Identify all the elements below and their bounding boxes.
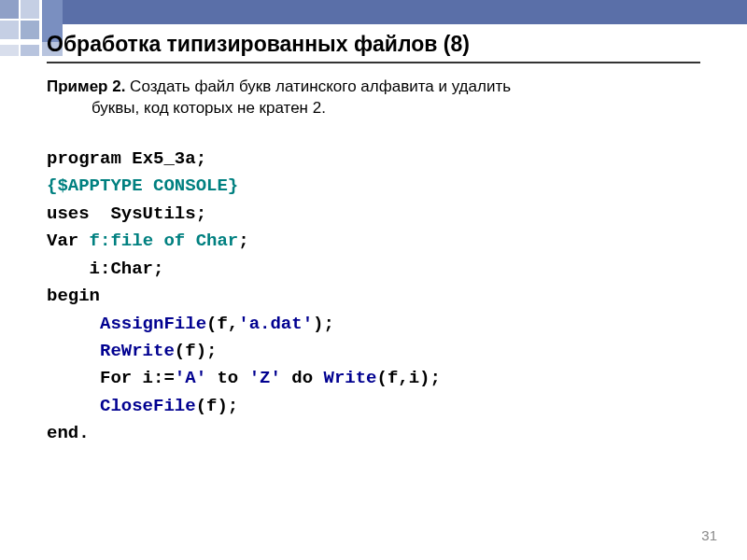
- deco-square: [0, 0, 19, 19]
- code-line: i:Char;: [47, 256, 700, 283]
- page-number: 31: [701, 527, 717, 543]
- code-line: uses SysUtils;: [47, 201, 700, 228]
- code-line: program Ex5_3a;: [47, 146, 700, 173]
- deco-square: [21, 0, 39, 19]
- slide-title: Обработка типизированных файлов (8): [47, 32, 470, 57]
- title-underline: [47, 62, 700, 63]
- code-line: For i:='A' to 'Z' do Write(f,i);: [47, 365, 700, 392]
- deco-square: [0, 21, 19, 39]
- code-line: CloseFile(f);: [47, 393, 700, 420]
- code-line: end.: [47, 420, 700, 447]
- slide-content: Пример 2. Создать файл букв латинского а…: [47, 77, 700, 448]
- deco-square: [21, 21, 39, 39]
- deco-square: [21, 45, 39, 56]
- code-line: {$APPTYPE CONSOLE}: [47, 173, 700, 200]
- code-line: Var f:file of Char;: [47, 228, 700, 255]
- code-block: program Ex5_3a; {$APPTYPE CONSOLE} uses …: [47, 146, 700, 448]
- deco-square: [0, 45, 19, 56]
- code-line: begin: [47, 283, 700, 310]
- top-bar: [63, 0, 747, 24]
- example-paragraph: Пример 2. Создать файл букв латинского а…: [47, 77, 700, 119]
- code-line: ReWrite(f);: [47, 338, 700, 365]
- code-line: AssignFile(f,'a.dat');: [47, 311, 700, 338]
- example-label: Пример 2.: [47, 77, 125, 95]
- example-line2: буквы, код которых не кратен 2.: [47, 98, 700, 119]
- example-line1: Создать файл букв латинского алфавита и …: [125, 77, 511, 95]
